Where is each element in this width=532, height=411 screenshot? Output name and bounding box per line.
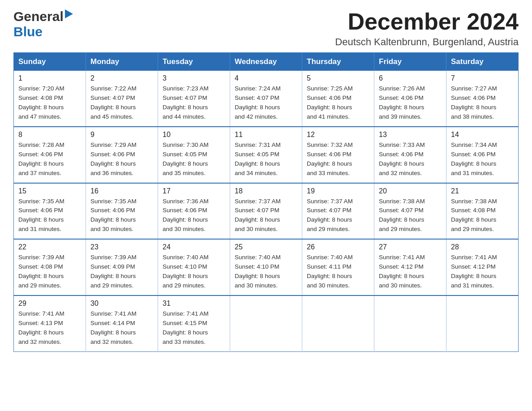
calendar-cell: 16 Sunrise: 7:35 AM Sunset: 4:06 PM Dayl… [86,183,158,240]
calendar-cell: 1 Sunrise: 7:20 AM Sunset: 4:08 PM Dayli… [14,71,86,127]
calendar-header-saturday: Saturday [446,53,519,71]
calendar-cell [230,295,302,351]
day-number: 31 [163,300,225,308]
calendar-cell: 26 Sunrise: 7:40 AM Sunset: 4:11 PM Dayl… [302,239,374,295]
day-info: Sunrise: 7:41 AM Sunset: 4:14 PM Dayligh… [90,309,153,347]
day-number: 5 [307,74,369,82]
day-info: Sunrise: 7:40 AM Sunset: 4:10 PM Dayligh… [235,253,297,291]
day-number: 29 [18,300,81,308]
calendar-cell: 22 Sunrise: 7:39 AM Sunset: 4:08 PM Dayl… [14,239,86,295]
day-info: Sunrise: 7:26 AM Sunset: 4:06 PM Dayligh… [379,84,442,122]
day-number: 8 [18,131,81,139]
day-info: Sunrise: 7:40 AM Sunset: 4:11 PM Dayligh… [307,253,369,291]
calendar-cell: 3 Sunrise: 7:23 AM Sunset: 4:07 PM Dayli… [158,71,230,127]
day-info: Sunrise: 7:36 AM Sunset: 4:06 PM Dayligh… [163,197,225,235]
calendar-cell: 24 Sunrise: 7:40 AM Sunset: 4:10 PM Dayl… [158,239,230,295]
calendar-cell: 28 Sunrise: 7:41 AM Sunset: 4:12 PM Dayl… [446,239,519,295]
logo-blue-text: Blue [13,24,43,39]
calendar-cell: 7 Sunrise: 7:27 AM Sunset: 4:06 PM Dayli… [446,71,519,127]
day-number: 1 [18,74,81,82]
day-number: 22 [18,243,81,251]
day-number: 6 [379,74,442,82]
calendar-cell: 25 Sunrise: 7:40 AM Sunset: 4:10 PM Dayl… [230,239,302,295]
calendar-cell: 11 Sunrise: 7:31 AM Sunset: 4:05 PM Dayl… [230,127,302,183]
day-number: 19 [307,187,369,195]
calendar-cell: 23 Sunrise: 7:39 AM Sunset: 4:09 PM Dayl… [86,239,158,295]
day-info: Sunrise: 7:40 AM Sunset: 4:10 PM Dayligh… [163,253,225,291]
calendar-week-row: 8 Sunrise: 7:28 AM Sunset: 4:06 PM Dayli… [14,127,519,183]
day-info: Sunrise: 7:20 AM Sunset: 4:08 PM Dayligh… [18,84,81,122]
day-number: 13 [379,131,442,139]
calendar-cell: 20 Sunrise: 7:38 AM Sunset: 4:07 PM Dayl… [374,183,446,240]
day-info: Sunrise: 7:41 AM Sunset: 4:12 PM Dayligh… [379,253,442,291]
calendar-cell: 4 Sunrise: 7:24 AM Sunset: 4:07 PM Dayli… [230,71,302,127]
day-number: 9 [90,131,153,139]
calendar-cell [446,295,519,351]
day-number: 11 [235,131,297,139]
day-number: 12 [307,131,369,139]
logo-arrow-icon [65,9,73,20]
calendar-cell: 10 Sunrise: 7:30 AM Sunset: 4:05 PM Dayl… [158,127,230,183]
logo: General Blue [13,9,73,39]
location-title: Deutsch Kaltenbrunn, Burgenland, Austria [335,36,519,48]
day-info: Sunrise: 7:32 AM Sunset: 4:06 PM Dayligh… [307,141,369,178]
day-info: Sunrise: 7:41 AM Sunset: 4:15 PM Dayligh… [163,309,225,347]
calendar-cell: 6 Sunrise: 7:26 AM Sunset: 4:06 PM Dayli… [374,71,446,127]
calendar-cell: 29 Sunrise: 7:41 AM Sunset: 4:13 PM Dayl… [14,295,86,351]
calendar-cell: 13 Sunrise: 7:33 AM Sunset: 4:06 PM Dayl… [374,127,446,183]
calendar-cell: 19 Sunrise: 7:37 AM Sunset: 4:07 PM Dayl… [302,183,374,240]
calendar-header-wednesday: Wednesday [230,53,302,71]
calendar-cell [374,295,446,351]
day-info: Sunrise: 7:34 AM Sunset: 4:06 PM Dayligh… [451,141,514,178]
day-info: Sunrise: 7:35 AM Sunset: 4:06 PM Dayligh… [18,197,81,235]
day-number: 21 [451,187,514,195]
day-number: 27 [379,243,442,251]
calendar-cell: 8 Sunrise: 7:28 AM Sunset: 4:06 PM Dayli… [14,127,86,183]
page-header: General Blue December 2024 Deutsch Kalte… [13,9,519,48]
day-number: 26 [307,243,369,251]
day-info: Sunrise: 7:38 AM Sunset: 4:07 PM Dayligh… [379,197,442,235]
calendar-header-sunday: Sunday [14,53,86,71]
day-info: Sunrise: 7:29 AM Sunset: 4:06 PM Dayligh… [90,141,153,178]
day-number: 23 [90,243,153,251]
calendar-cell [302,295,374,351]
calendar-header-tuesday: Tuesday [158,53,230,71]
day-info: Sunrise: 7:37 AM Sunset: 4:07 PM Dayligh… [307,197,369,235]
day-info: Sunrise: 7:22 AM Sunset: 4:07 PM Dayligh… [90,84,153,122]
day-info: Sunrise: 7:38 AM Sunset: 4:08 PM Dayligh… [451,197,514,235]
calendar-cell: 17 Sunrise: 7:36 AM Sunset: 4:06 PM Dayl… [158,183,230,240]
calendar-cell: 18 Sunrise: 7:37 AM Sunset: 4:07 PM Dayl… [230,183,302,240]
day-number: 28 [451,243,514,251]
day-info: Sunrise: 7:37 AM Sunset: 4:07 PM Dayligh… [235,197,297,235]
calendar-week-row: 15 Sunrise: 7:35 AM Sunset: 4:06 PM Dayl… [14,183,519,240]
calendar-cell: 5 Sunrise: 7:25 AM Sunset: 4:06 PM Dayli… [302,71,374,127]
day-number: 18 [235,187,297,195]
calendar-cell: 15 Sunrise: 7:35 AM Sunset: 4:06 PM Dayl… [14,183,86,240]
day-number: 14 [451,131,514,139]
logo-general-text: General [13,9,64,24]
calendar-table: SundayMondayTuesdayWednesdayThursdayFrid… [13,52,519,351]
calendar-cell: 31 Sunrise: 7:41 AM Sunset: 4:15 PM Dayl… [158,295,230,351]
day-info: Sunrise: 7:28 AM Sunset: 4:06 PM Dayligh… [18,141,81,178]
day-number: 15 [18,187,81,195]
title-area: December 2024 Deutsch Kaltenbrunn, Burge… [335,9,519,48]
day-info: Sunrise: 7:39 AM Sunset: 4:09 PM Dayligh… [90,253,153,291]
calendar-cell: 2 Sunrise: 7:22 AM Sunset: 4:07 PM Dayli… [86,71,158,127]
day-number: 10 [163,131,225,139]
calendar-cell: 21 Sunrise: 7:38 AM Sunset: 4:08 PM Dayl… [446,183,519,240]
calendar-week-row: 29 Sunrise: 7:41 AM Sunset: 4:13 PM Dayl… [14,295,519,351]
day-number: 3 [163,74,225,82]
calendar-header-row: SundayMondayTuesdayWednesdayThursdayFrid… [14,53,519,71]
calendar-header-monday: Monday [86,53,158,71]
calendar-cell: 30 Sunrise: 7:41 AM Sunset: 4:14 PM Dayl… [86,295,158,351]
day-info: Sunrise: 7:30 AM Sunset: 4:05 PM Dayligh… [163,141,225,178]
calendar-week-row: 22 Sunrise: 7:39 AM Sunset: 4:08 PM Dayl… [14,239,519,295]
calendar-week-row: 1 Sunrise: 7:20 AM Sunset: 4:08 PM Dayli… [14,71,519,127]
day-number: 24 [163,243,225,251]
day-info: Sunrise: 7:41 AM Sunset: 4:13 PM Dayligh… [18,309,81,347]
day-info: Sunrise: 7:41 AM Sunset: 4:12 PM Dayligh… [451,253,514,291]
day-number: 2 [90,74,153,82]
calendar-cell: 14 Sunrise: 7:34 AM Sunset: 4:06 PM Dayl… [446,127,519,183]
day-info: Sunrise: 7:39 AM Sunset: 4:08 PM Dayligh… [18,253,81,291]
calendar-header-friday: Friday [374,53,446,71]
